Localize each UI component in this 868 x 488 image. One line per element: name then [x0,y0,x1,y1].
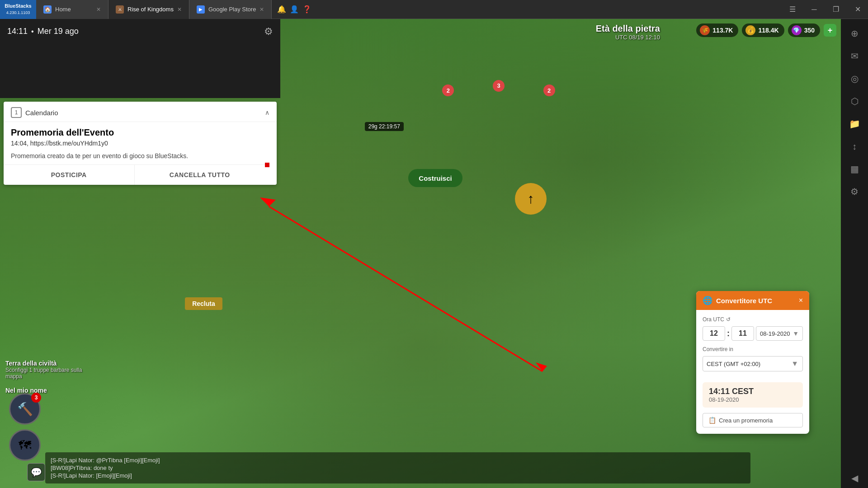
tab-rok-close[interactable]: ✕ [177,6,182,13]
notif-body: Promemoria dell'Evento 14:04, https://bs… [4,122,277,164]
tab-home-label: Home [55,6,71,13]
status-time: 14:11 [7,27,28,36]
rok-tab-icon: ⚔ [116,5,124,14]
cancel-all-button[interactable]: CANCELLA TUTTO [135,165,265,185]
utc-result-time: 14:11 CEST [709,387,797,396]
sidebar-btn-2[interactable]: ✉ [844,46,864,66]
notification-icon[interactable]: 🔔 [277,5,286,14]
map-icon: 🗺 [19,438,31,453]
utc-widget-body: Ora UTC ↺ : 08-19-2020 ▼ Convertire in C… [696,310,809,434]
gold-resource: 💰 118.4K [742,23,784,37]
gems-value: 350 [804,27,815,34]
sidebar-btn-5[interactable]: 📁 [844,114,864,134]
status-separator: • [31,28,34,36]
utc-minute-input[interactable] [731,326,754,341]
utc-hour-input[interactable] [703,326,725,341]
snooze-button[interactable]: POSTICIPA [4,165,134,185]
utc-header-icon: 🌐 [703,296,712,305]
timezone-select[interactable]: CEST (GMT +02:00) [703,356,803,371]
minimize-button[interactable]: ─ [804,0,825,19]
era-label: Età della pietra UTC 08/19 12:10 [596,23,660,41]
maximize-button[interactable]: ❐ [826,0,846,19]
timer-badge: 29g 22:19:57 [365,122,404,131]
food-resource: 🌾 113.7K [696,23,738,37]
notif-description: Promemoria creato da te per un evento di… [11,151,269,161]
hammer-badge: 3 [31,393,41,403]
calendar-icon: 1 [11,107,22,118]
tab-home-close[interactable]: ✕ [96,6,101,13]
notif-title: Promemoria dell'Evento [11,127,269,138]
create-reminder-label: Crea un promemoria [719,417,773,424]
sidebar-btn-6[interactable]: ↕ [844,136,864,156]
titlebar-icons: 🔔 👤 ❓ [272,5,317,14]
food-value: 113.7K [712,27,733,34]
game-area[interactable]: 🌾 113.7K 💰 118.4K 💎 350 + Età della piet… [0,19,841,488]
tab-gps-label: Google Play Store [208,6,256,13]
chat-area: [S-R!]Lapi Nator: @PrTibna [Emoji][Emoji… [45,452,750,483]
bluestacks-logo: BlueStacks4.230.1.1103 [0,0,36,19]
status-bar: 14:11 • Mer 19 ago ⚙ [0,19,280,44]
sidebar-btn-4[interactable]: ⬡ [844,91,864,111]
tab-rok-label: Rise of Kingdoms [127,6,174,13]
notification-spacer [0,44,280,98]
utc-time-row: : 08-19-2020 ▼ [703,326,803,341]
utc-widget-title: Convertitore UTC [716,297,795,305]
status-date: Mer 19 ago [38,27,79,36]
chat-line-1: [S-R!]Lapi Nator: @PrTibna [Emoji][Emoji… [51,457,745,464]
utc-date-display[interactable]: 08-19-2020 ▼ [756,326,803,341]
reset-icon[interactable]: ↺ [726,316,731,323]
notification-card: 1 Calendario ∧ Promemoria dell'Evento 14… [4,102,277,185]
tab-rok[interactable]: ⚔ Rise of Kingdoms ✕ [108,0,189,19]
gps-tab-icon: ▶ [197,5,205,14]
timezone-select-wrapper: CEST (GMT +02:00) ▼ [703,356,803,377]
chevron-up-icon[interactable]: ∧ [265,109,269,116]
utc-widget-header: 🌐 Convertitore UTC × [696,291,809,310]
settings-gear-icon[interactable]: ⚙ [264,26,273,38]
tab-gps-close[interactable]: ✕ [259,6,264,13]
ora-utc-label: Ora UTC ↺ [703,316,803,323]
tab-home[interactable]: 🏠 Home ✕ [36,0,108,19]
costruisci-button[interactable]: Costruisci [408,169,462,187]
notif-time-url: 14:04, https://bstk.me/ouYHdm1y0 [11,140,269,147]
home-tab-icon: 🏠 [43,5,52,14]
sidebar-btn-7[interactable]: ▦ [844,159,864,179]
time-separator: : [727,329,730,338]
utc-close-button[interactable]: × [799,296,803,305]
chat-line-2: [BW08]PrTibna: done ty [51,465,745,471]
notif-actions: POSTICIPA CANCELLA TUTTO [4,164,265,185]
help-icon[interactable]: ❓ [302,5,311,14]
sidebar-btn-1[interactable]: ⊕ [844,23,864,43]
map-badge-3: 2 [543,84,555,96]
utc-result-date: 08-19-2020 [709,396,797,403]
era-time: UTC 08/19 12:10 [596,34,660,41]
sidebar-collapse-btn[interactable]: ◀ [844,468,864,488]
menu-button[interactable]: ☰ [782,0,803,19]
chat-line-3: [S-R!]Lapi Nator: [Emoji][Emoji] [51,472,745,479]
bottom-left-ui: 🔨 3 🗺 [9,393,41,461]
utc-date-value: 08-19-2020 [760,330,790,337]
food-icon: 🌾 [700,25,710,35]
utc-converter-widget: 🌐 Convertitore UTC × Ora UTC ↺ : 08-19-2… [696,291,809,434]
map-badge-2: 3 [493,80,505,92]
titlebar-controls: ☰ ─ ❐ ✕ [782,0,868,19]
sidebar-settings-btn[interactable]: ⚙ [844,182,864,202]
close-button[interactable]: ✕ [847,0,868,19]
upgrade-bubble[interactable]: ↑ [515,183,547,215]
main-area: 🌾 113.7K 💰 118.4K 💎 350 + Età della piet… [0,19,868,488]
sidebar-btn-3[interactable]: ◎ [844,69,864,89]
create-reminder-button[interactable]: 📋 Crea un promemoria [703,413,803,427]
hammer-button[interactable]: 🔨 3 [9,393,41,425]
gem-icon: 💎 [792,25,802,35]
notif-header: 1 Calendario ∧ [4,102,277,122]
map-button[interactable]: 🗺 [9,429,41,461]
tab-gps[interactable]: ▶ Google Play Store ✕ [189,0,272,19]
hammer-icon: 🔨 [17,402,33,417]
titlebar: BlueStacks4.230.1.1103 🏠 Home ✕ ⚔ Rise o… [0,0,868,19]
account-icon[interactable]: 👤 [290,5,299,14]
red-dot-indicator [265,163,269,167]
calendar-icon-text: 1 [15,109,18,116]
recluta-button[interactable]: Recluta [185,297,222,310]
utc-date-dropdown-icon: ▼ [793,330,799,337]
add-gems-button[interactable]: + [824,24,836,37]
chat-icon[interactable]: 💬 [27,463,45,481]
